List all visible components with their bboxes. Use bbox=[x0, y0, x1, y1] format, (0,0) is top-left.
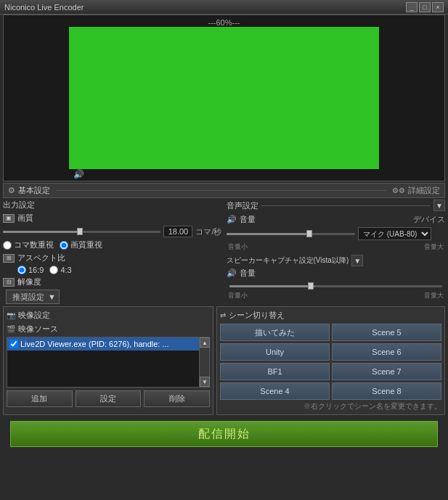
audio-label: 音声設定 bbox=[227, 200, 258, 211]
device-select-wrapper: マイク (UAB-80) bbox=[358, 227, 445, 240]
scene-switch-icon: ⇄ bbox=[220, 311, 226, 319]
scene-button-0[interactable]: 描いてみた bbox=[220, 324, 330, 341]
volume-slider[interactable] bbox=[227, 229, 356, 239]
video-source-label-row: 🎬 映像ソース bbox=[7, 324, 210, 335]
video-settings-label: 映像設定 bbox=[18, 310, 50, 321]
ratio-16-9-radio[interactable] bbox=[17, 266, 26, 274]
scene-button-5[interactable]: Scene 7 bbox=[332, 363, 441, 380]
preview-area: ---60%--- bbox=[3, 15, 445, 181]
speaker-section: スピーカーキャプチャ設定(Vista以降) ▼ 🔊 音量 音量小 音量大 bbox=[227, 255, 446, 300]
close-button[interactable]: × bbox=[432, 2, 444, 12]
basic-settings-label: 基本設定 bbox=[18, 185, 50, 196]
scene-button-7[interactable]: Scene 8 bbox=[332, 382, 441, 400]
preview-video bbox=[69, 27, 379, 169]
fps-unit: コマ/秒 bbox=[195, 226, 221, 237]
green-screen-bg bbox=[69, 27, 379, 169]
frame-weight-option[interactable]: コマ数重視 bbox=[3, 239, 54, 250]
settings-button[interactable]: 設定 bbox=[76, 390, 142, 407]
quality-weight-radio[interactable] bbox=[60, 241, 68, 250]
fps-value-input[interactable] bbox=[163, 226, 192, 237]
scene-button-4[interactable]: BF1 bbox=[220, 363, 330, 380]
title-bar: Niconico Live Encoder _ □ × bbox=[0, 0, 448, 15]
settings-icon: ⚙ bbox=[8, 186, 15, 195]
output-settings: 出力設定 ▣ 画質 コマ/秒 bbox=[3, 200, 222, 250]
window-title: Niconico Live Encoder bbox=[4, 3, 406, 12]
resolution-label: 解像度 bbox=[17, 276, 41, 287]
speaker-vol-icon: 🔊 bbox=[227, 269, 237, 278]
volume-icon: 🔊 bbox=[73, 169, 84, 179]
ratio-16-9-option[interactable]: 16:9 bbox=[17, 266, 44, 274]
scroll-down-button[interactable]: ▼ bbox=[200, 377, 210, 387]
source-action-buttons: 追加 設定 削除 bbox=[7, 390, 210, 407]
ratio-4-3-label: 4:3 bbox=[60, 266, 71, 274]
aspect-section: ⊞ アスペクト比 16:9 4:3 bbox=[3, 253, 222, 274]
ratio-16-9-label: 16:9 bbox=[28, 266, 44, 274]
audio-expand-button[interactable]: ▼ bbox=[433, 200, 445, 211]
ratio-4-3-option[interactable]: 4:3 bbox=[49, 266, 71, 274]
video-source-icon: 🎬 bbox=[7, 325, 15, 333]
volume-labels: 音量小 音量大 bbox=[227, 242, 446, 252]
add-button[interactable]: 追加 bbox=[7, 390, 73, 407]
resolution-section: ⊟ 解像度 推奨設定 ▼ bbox=[3, 276, 222, 304]
volume-icon: 🔊 bbox=[227, 215, 237, 224]
speaker-min-label: 音量小 bbox=[228, 291, 248, 300]
speaker-max-label: 音量大 bbox=[424, 291, 444, 300]
video-source-header: 📷 映像設定 bbox=[7, 310, 210, 321]
quality-label: 画質 bbox=[17, 213, 33, 224]
start-streaming-button[interactable]: 配信開始 bbox=[10, 421, 438, 447]
quality-weight-label: 画質重視 bbox=[70, 239, 102, 250]
output-label: 出力設定 bbox=[3, 200, 35, 210]
left-panel: 出力設定 ▣ 画質 コマ/秒 bbox=[3, 200, 222, 306]
scroll-up-button[interactable]: ▲ bbox=[200, 337, 210, 348]
frame-weight-label: コマ数重視 bbox=[14, 239, 54, 250]
quality-icon: ▣ bbox=[3, 214, 15, 223]
source-list-item[interactable]: Live2D Viewer.exe (PID: 6276), handle: .… bbox=[7, 337, 209, 351]
volume-slider-row: マイク (UAB-80) bbox=[227, 227, 446, 240]
scene-section: ⇄ シーン切り替え 描いてみた Scene 5 Unity Scene 6 BF… bbox=[216, 306, 445, 415]
resolution-icon: ⊟ bbox=[3, 278, 15, 287]
detail-settings-label[interactable]: 詳細設定 bbox=[408, 185, 440, 196]
bottom-area: 📷 映像設定 🎬 映像ソース Live2D Viewer.exe (PID: 6… bbox=[3, 306, 445, 415]
speaker-volume-row: 🔊 音量 bbox=[227, 268, 446, 279]
recommend-button[interactable]: 推奨設定 ▼ bbox=[6, 290, 60, 304]
maximize-button[interactable]: □ bbox=[419, 2, 431, 12]
volume-row: 🔊 音量 デバイス bbox=[227, 214, 446, 225]
scene-button-1[interactable]: Scene 5 bbox=[332, 324, 441, 341]
window-controls: _ □ × bbox=[406, 2, 444, 12]
volume-label: 音量 bbox=[240, 214, 256, 225]
quality-slider[interactable] bbox=[3, 226, 160, 237]
minimize-button[interactable]: _ bbox=[406, 2, 418, 12]
delete-button[interactable]: 削除 bbox=[144, 390, 210, 407]
volume-min-label: 音量小 bbox=[228, 242, 248, 252]
source-scrollbar: ▲ ▼ bbox=[199, 337, 209, 387]
speaker-label: スピーカーキャプチャ設定(Vista以降) bbox=[227, 255, 349, 266]
basic-settings-header: ⚙ 基本設定 ⚙⚙ 詳細設定 bbox=[3, 183, 445, 198]
video-source-label: 映像ソース bbox=[18, 324, 58, 335]
scene-header: ⇄ シーン切り替え bbox=[220, 310, 441, 321]
dropdown-arrow-icon: ▼ bbox=[48, 292, 56, 301]
scene-switch-label: シーン切り替え bbox=[229, 310, 285, 321]
speaker-volume-slider[interactable] bbox=[227, 281, 446, 291]
scene-button-6[interactable]: Scene 4 bbox=[220, 382, 330, 400]
ratio-4-3-radio[interactable] bbox=[49, 266, 58, 274]
volume-max-label: 音量大 bbox=[424, 242, 444, 252]
scene-button-3[interactable]: Scene 6 bbox=[332, 343, 441, 361]
frame-weight-radio[interactable] bbox=[3, 241, 12, 250]
video-source-section: 📷 映像設定 🎬 映像ソース Live2D Viewer.exe (PID: 6… bbox=[3, 306, 213, 415]
scene-button-2[interactable]: Unity bbox=[220, 343, 330, 361]
source-list: Live2D Viewer.exe (PID: 6276), handle: .… bbox=[7, 337, 210, 388]
device-label: デバイス bbox=[413, 214, 445, 225]
aspect-icon: ⊞ bbox=[3, 254, 15, 263]
preview-label: ---60%--- bbox=[208, 18, 240, 27]
start-button-area: 配信開始 bbox=[3, 418, 445, 450]
device-select[interactable]: マイク (UAB-80) bbox=[358, 227, 431, 240]
quality-weight-option[interactable]: 画質重視 bbox=[60, 239, 102, 250]
aspect-label: アスペクト比 bbox=[17, 253, 65, 263]
speaker-expand-button[interactable]: ▼ bbox=[351, 255, 363, 266]
video-settings-icon: 📷 bbox=[7, 311, 15, 319]
scene-grid: 描いてみた Scene 5 Unity Scene 6 BF1 Scene 7 … bbox=[220, 324, 441, 400]
source-checkbox[interactable] bbox=[9, 340, 18, 348]
source-item-label: Live2D Viewer.exe (PID: 6276), handle: .… bbox=[20, 340, 169, 348]
speaker-labels: 音量小 音量大 bbox=[227, 291, 446, 300]
audio-settings-header: 音声設定 ▼ bbox=[227, 200, 446, 211]
